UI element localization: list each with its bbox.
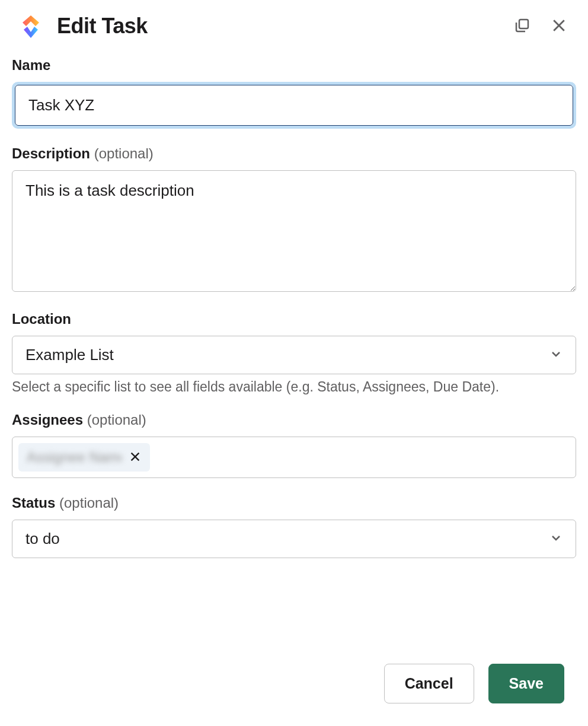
description-label: Description (optional) <box>12 145 576 162</box>
name-field-group: Name <box>12 57 576 129</box>
close-icon <box>129 450 142 465</box>
status-label: Status (optional) <box>12 495 576 511</box>
description-label-text: Description <box>12 145 90 161</box>
svg-rect-0 <box>519 20 528 28</box>
assignee-chip-text: Assignee Name <box>27 449 122 466</box>
header-actions <box>511 14 570 39</box>
modal-title: Edit Task <box>57 14 498 39</box>
location-help-text: Select a specific list to see all fields… <box>12 379 576 395</box>
expand-icon <box>513 17 531 36</box>
clickup-logo-icon <box>18 13 44 39</box>
assignee-chip-remove-button[interactable] <box>129 450 142 465</box>
modal-footer: Cancel Save <box>0 647 588 726</box>
location-select-wrap: Example List <box>12 336 576 374</box>
modal-content: Name Description (optional) This is a ta… <box>0 51 588 647</box>
description-field-group: Description (optional) This is a task de… <box>12 145 576 294</box>
assignees-input[interactable]: Assignee Name <box>12 437 576 478</box>
location-select[interactable]: Example List <box>12 336 576 374</box>
status-select-wrap: to do <box>12 520 576 558</box>
expand-button[interactable] <box>511 14 533 39</box>
status-label-text: Status <box>12 495 55 511</box>
assignees-label-text: Assignees <box>12 412 83 428</box>
description-textarea[interactable]: This is a task description <box>12 170 576 292</box>
status-select[interactable]: to do <box>12 520 576 558</box>
save-button[interactable]: Save <box>488 664 564 703</box>
description-optional: (optional) <box>94 145 154 161</box>
assignees-label: Assignees (optional) <box>12 412 576 428</box>
assignees-field-group: Assignees (optional) Assignee Name <box>12 412 576 478</box>
close-button[interactable] <box>548 14 570 39</box>
name-input-focus-ring <box>12 82 576 129</box>
name-input[interactable] <box>15 85 573 126</box>
location-label: Location <box>12 311 576 327</box>
assignees-optional: (optional) <box>87 412 146 428</box>
edit-task-modal: Edit Task N <box>0 0 588 726</box>
cancel-button[interactable]: Cancel <box>384 664 474 703</box>
status-optional: (optional) <box>59 495 119 511</box>
assignee-chip: Assignee Name <box>18 443 150 472</box>
modal-header: Edit Task <box>0 0 588 51</box>
name-label: Name <box>12 57 576 74</box>
location-field-group: Location Example List Select a specific … <box>12 311 576 395</box>
status-field-group: Status (optional) to do <box>12 495 576 558</box>
close-icon <box>550 17 568 36</box>
